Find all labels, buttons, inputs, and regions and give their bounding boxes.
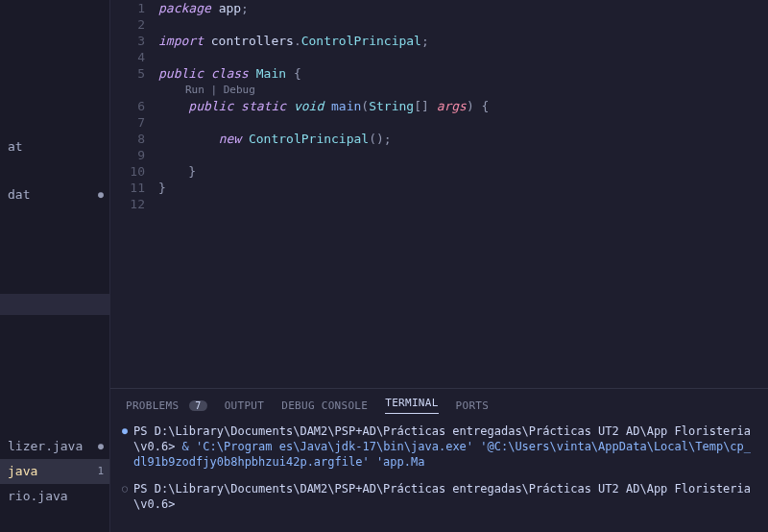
code-line[interactable]: import controllers.ControlPrincipal; <box>158 33 768 49</box>
line-number: 3 <box>110 33 145 49</box>
tab-problems-label: PROBLEMS <box>126 399 179 412</box>
file-explorer-sidebar: atdat lizer.javajava1rio.java <box>0 0 110 532</box>
line-number: 4 <box>110 49 145 65</box>
line-number-gutter: 123456789101112 <box>110 0 158 388</box>
prompt-idle-icon: ○ <box>122 481 128 496</box>
code-editor[interactable]: 123456789101112 package app;import contr… <box>110 0 768 388</box>
code-content[interactable]: package app;import controllers.ControlPr… <box>158 0 768 388</box>
tab-ports[interactable]: PORTS <box>456 399 490 412</box>
panel-tab-bar: PROBLEMS 7 OUTPUT DEBUG CONSOLE TERMINAL… <box>110 389 768 420</box>
tab-problems[interactable]: PROBLEMS 7 <box>126 399 207 412</box>
terminal-line: ○ PS D:\Library\Documents\DAM2\PSP+AD\Pr… <box>122 481 756 512</box>
terminal-command: & 'C:\Program es\Java\jdk-17\bin\java.ex… <box>133 440 751 469</box>
terminal-prompt: PS D:\Library\Documents\DAM2\PSP+AD\Prác… <box>133 481 756 512</box>
tab-output[interactable]: OUTPUT <box>225 399 265 412</box>
line-number: 7 <box>110 114 145 131</box>
bottom-panel: PROBLEMS 7 OUTPUT DEBUG CONSOLE TERMINAL… <box>110 388 768 532</box>
code-line[interactable]: public class Main { <box>158 65 768 82</box>
code-line[interactable] <box>158 114 768 131</box>
code-line[interactable] <box>158 49 768 65</box>
line-number: 1 <box>110 0 145 16</box>
sidebar-selection-bar <box>0 294 109 315</box>
terminal-line: ● PS D:\Library\Documents\DAM2\PSP+AD\Pr… <box>122 423 756 470</box>
line-number: 6 <box>110 98 145 114</box>
code-line[interactable] <box>158 16 768 33</box>
terminal-text: PS D:\Library\Documents\DAM2\PSP+AD\Prác… <box>133 423 756 470</box>
code-line[interactable] <box>158 196 768 212</box>
main-area: 123456789101112 package app;import contr… <box>110 0 768 532</box>
problems-count-badge: 7 <box>189 400 206 411</box>
file-item[interactable]: java1 <box>0 459 109 484</box>
line-number: 10 <box>110 163 145 180</box>
codelens-run-debug[interactable]: Run | Debug <box>158 82 768 98</box>
tab-debug-console[interactable]: DEBUG CONSOLE <box>281 399 368 412</box>
line-number: 8 <box>110 131 145 147</box>
sidebar-bottom-section: lizer.javajava1rio.java <box>0 434 109 509</box>
code-line[interactable]: } <box>158 163 768 180</box>
line-number: 11 <box>110 180 145 196</box>
code-line[interactable] <box>158 147 768 163</box>
tab-terminal[interactable]: TERMINAL <box>385 397 438 414</box>
code-line[interactable]: } <box>158 180 768 196</box>
file-item[interactable]: at <box>0 134 109 159</box>
code-line[interactable]: public static void main(String[] args) { <box>158 98 768 114</box>
line-number: 2 <box>110 16 145 33</box>
line-number: 5 <box>110 65 145 82</box>
code-line[interactable]: new ControlPrincipal(); <box>158 131 768 147</box>
terminal-view[interactable]: ● PS D:\Library\Documents\DAM2\PSP+AD\Pr… <box>110 420 768 532</box>
file-item[interactable]: lizer.java <box>0 434 109 459</box>
sidebar-top-section: atdat <box>0 0 109 207</box>
prompt-active-icon: ● <box>122 423 128 439</box>
line-number: 12 <box>110 196 145 212</box>
file-item[interactable]: dat <box>0 182 109 207</box>
file-item[interactable]: rio.java <box>0 484 109 509</box>
line-number: 9 <box>110 147 145 163</box>
file-diagnostic-count: 1 <box>97 461 104 482</box>
code-line[interactable]: package app; <box>158 0 768 16</box>
